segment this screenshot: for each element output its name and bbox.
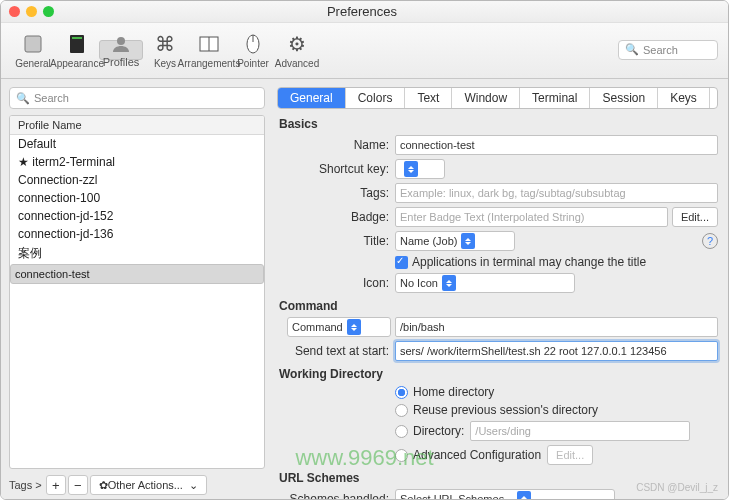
titlebar: Preferences bbox=[1, 1, 728, 23]
search-icon: 🔍 bbox=[625, 43, 639, 56]
arrangements-icon bbox=[195, 30, 223, 58]
name-label: Name: bbox=[277, 138, 395, 152]
other-actions-button[interactable]: ✿ Other Actions...⌄ bbox=[90, 475, 207, 495]
wd-directory-input[interactable]: /Users/ding bbox=[470, 421, 690, 441]
profile-row[interactable]: connection-jd-152 bbox=[10, 207, 264, 225]
tags-input[interactable]: Example: linux, dark bg, tag/subtag/subs… bbox=[395, 183, 718, 203]
detail-panel: General Colors Text Window Terminal Sess… bbox=[273, 79, 728, 500]
command-heading: Command bbox=[279, 299, 718, 313]
profile-row[interactable]: 案例 bbox=[10, 243, 264, 264]
add-profile-button[interactable]: + bbox=[46, 475, 66, 495]
profile-row[interactable]: ★ iterm2-Terminal bbox=[10, 153, 264, 171]
title-select[interactable]: Name (Job) bbox=[395, 231, 515, 251]
badge-input[interactable]: Enter Badge Text (Interpolated String) bbox=[395, 207, 668, 227]
appearance-icon bbox=[63, 30, 91, 58]
svg-rect-0 bbox=[25, 36, 41, 52]
wd-heading: Working Directory bbox=[279, 367, 718, 381]
toolbar: General Appearance Profiles ⌘Keys Arrang… bbox=[1, 23, 728, 79]
name-input[interactable]: connection-test bbox=[395, 135, 718, 155]
svg-point-3 bbox=[117, 37, 125, 45]
wd-home-label: Home directory bbox=[413, 385, 494, 399]
tab-text[interactable]: Text bbox=[405, 88, 452, 108]
toolbar-search[interactable]: 🔍Search bbox=[618, 40, 718, 60]
toolbar-advanced[interactable]: ⚙Advanced bbox=[275, 25, 319, 75]
title-label: Title: bbox=[277, 234, 395, 248]
sidebar: 🔍Search Profile Name Default ★ iterm2-Te… bbox=[1, 79, 273, 500]
window-controls[interactable] bbox=[9, 6, 54, 17]
chevron-updown-icon bbox=[461, 233, 475, 249]
help-icon[interactable]: ? bbox=[702, 233, 718, 249]
command-input[interactable]: /bin/bash bbox=[395, 317, 718, 337]
general-icon bbox=[19, 30, 47, 58]
gear-icon: ✿ bbox=[99, 479, 108, 492]
tab-advanced[interactable]: Advanced bbox=[710, 88, 718, 108]
wd-directory-label: Directory: bbox=[413, 424, 464, 438]
profile-row[interactable]: connection-100 bbox=[10, 189, 264, 207]
wd-edit-button[interactable]: Edit... bbox=[547, 445, 593, 465]
tab-keys[interactable]: Keys bbox=[658, 88, 710, 108]
tags-toggle[interactable]: Tags > bbox=[9, 479, 42, 491]
profiles-icon bbox=[107, 32, 135, 56]
pointer-icon bbox=[239, 30, 267, 58]
toolbar-profiles[interactable]: Profiles bbox=[99, 40, 143, 60]
tags-label: Tags: bbox=[277, 186, 395, 200]
wd-reuse-radio[interactable] bbox=[395, 404, 408, 417]
toolbar-arrangements[interactable]: Arrangements bbox=[187, 25, 231, 75]
tab-colors[interactable]: Colors bbox=[346, 88, 406, 108]
chevron-updown-icon bbox=[442, 275, 456, 291]
profile-row[interactable]: connection-test bbox=[10, 264, 264, 284]
tab-window[interactable]: Window bbox=[452, 88, 520, 108]
gear-icon: ⚙ bbox=[283, 30, 311, 58]
minimize-icon[interactable] bbox=[26, 6, 37, 17]
toolbar-pointer[interactable]: Pointer bbox=[231, 25, 275, 75]
search-icon: 🔍 bbox=[16, 92, 30, 105]
icon-label: Icon: bbox=[277, 276, 395, 290]
wd-reuse-label: Reuse previous session's directory bbox=[413, 403, 598, 417]
shortcut-label: Shortcut key: bbox=[277, 162, 395, 176]
close-icon[interactable] bbox=[9, 6, 20, 17]
tab-session[interactable]: Session bbox=[590, 88, 658, 108]
credit: CSDN @Devil_j_z bbox=[636, 482, 718, 493]
profile-list-body[interactable]: Default ★ iterm2-Terminal Connection-zzl… bbox=[10, 135, 264, 468]
badge-label: Badge: bbox=[277, 210, 395, 224]
wd-advanced-label: Advanced Configuration bbox=[413, 448, 541, 462]
profile-row[interactable]: Connection-zzl bbox=[10, 171, 264, 189]
profile-list-header: Profile Name bbox=[10, 116, 264, 135]
send-text-input[interactable]: sers/ /work/itermShell/test.sh 22 root 1… bbox=[395, 341, 718, 361]
wd-directory-radio[interactable] bbox=[395, 425, 408, 438]
svg-rect-2 bbox=[72, 37, 82, 39]
command-type-select[interactable]: Command bbox=[287, 317, 391, 337]
tab-general[interactable]: General bbox=[278, 88, 346, 108]
profile-search[interactable]: 🔍Search bbox=[9, 87, 265, 109]
window-title: Preferences bbox=[54, 4, 670, 19]
profile-list: Profile Name Default ★ iterm2-Terminal C… bbox=[9, 115, 265, 469]
remove-profile-button[interactable]: − bbox=[68, 475, 88, 495]
keys-icon: ⌘ bbox=[151, 30, 179, 58]
chevron-updown-icon bbox=[404, 161, 418, 177]
tab-terminal[interactable]: Terminal bbox=[520, 88, 590, 108]
shortcut-select[interactable] bbox=[395, 159, 445, 179]
toolbar-general[interactable]: General bbox=[11, 25, 55, 75]
icon-select[interactable]: No Icon bbox=[395, 273, 575, 293]
basics-heading: Basics bbox=[279, 117, 718, 131]
apps-change-title-checkbox[interactable] bbox=[395, 256, 408, 269]
profile-footer: Tags > + − ✿ Other Actions...⌄ bbox=[9, 475, 265, 495]
send-text-label: Send text at start: bbox=[277, 344, 395, 358]
toolbar-appearance[interactable]: Appearance bbox=[55, 25, 99, 75]
chevron-updown-icon bbox=[517, 491, 531, 500]
detail-tabs: General Colors Text Window Terminal Sess… bbox=[277, 87, 718, 109]
wd-advanced-radio[interactable] bbox=[395, 449, 408, 462]
apps-change-title-label: Applications in terminal may change the … bbox=[412, 255, 646, 269]
schemes-select[interactable]: Select URL Schemes... bbox=[395, 489, 615, 500]
zoom-icon[interactable] bbox=[43, 6, 54, 17]
profile-row[interactable]: Default bbox=[10, 135, 264, 153]
schemes-label: Schemes handled: bbox=[277, 492, 395, 500]
badge-edit-button[interactable]: Edit... bbox=[672, 207, 718, 227]
profile-row[interactable]: connection-jd-136 bbox=[10, 225, 264, 243]
chevron-updown-icon bbox=[347, 319, 361, 335]
chevron-down-icon: ⌄ bbox=[189, 479, 198, 492]
wd-home-radio[interactable] bbox=[395, 386, 408, 399]
